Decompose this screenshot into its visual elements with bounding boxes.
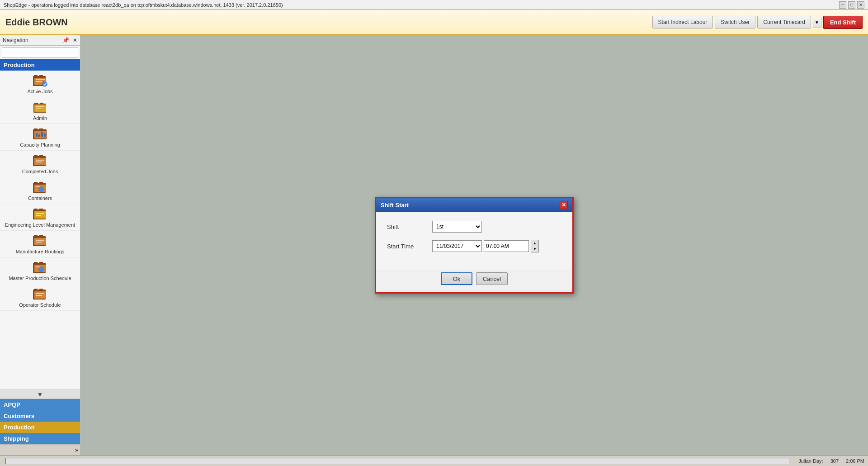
dialog-body: Shift 1st 2nd 3rd Start Time [376, 212, 572, 269]
nav-title: Navigation [3, 37, 28, 43]
sidebar-scroll-right-icon[interactable]: » [75, 447, 78, 453]
user-name: Eddie BROWN [5, 17, 68, 28]
window-controls[interactable]: ─ □ ✕ [839, 1, 864, 9]
sidebar-item-containers[interactable]: Containers [0, 177, 80, 204]
svg-rect-17 [36, 133, 38, 137]
operator-schedule-icon [32, 287, 48, 301]
main-layout: Navigation 📌 ✕ Production [0, 35, 868, 455]
svg-rect-4 [36, 79, 45, 80]
cancel-button[interactable]: Cancel [476, 272, 508, 285]
sidebar-section-apqp[interactable]: APQP [0, 399, 80, 410]
end-shift-button[interactable]: End Shift [823, 16, 863, 29]
sidebar-scroll-down[interactable]: ▼ [0, 390, 80, 399]
time-spinner-down[interactable]: ▼ [531, 246, 538, 252]
containers-icon [32, 180, 48, 195]
sidebar-bottom: APQP Customers Production Shipping [0, 399, 80, 444]
julian-day-label: Julian Day: [798, 458, 823, 464]
sidebar-section-customers[interactable]: Customers [0, 410, 80, 422]
containers-label: Containers [28, 195, 52, 201]
nav-items-list: Active Jobs Admin [0, 71, 80, 390]
window-title: ShopEdge - operatora logged into databas… [4, 2, 283, 8]
shift-select[interactable]: 1st 2nd 3rd [432, 221, 482, 233]
shift-start-dialog: Shift Start ✕ Shift 1st 2nd 3rd [375, 197, 574, 294]
svg-rect-25 [36, 160, 44, 161]
pin-icon[interactable]: 📌 [62, 37, 69, 43]
header-buttons: Start Indirect Labour Switch User Curren… [652, 16, 863, 29]
nav-search-input[interactable] [2, 48, 78, 57]
julian-day-value: 307 [830, 458, 839, 464]
sidebar-item-manufacture-routings[interactable]: Manufacture Routings [0, 231, 80, 257]
sidebar-item-master-production[interactable]: Master Production Schedule [0, 257, 80, 284]
svg-rect-12 [36, 108, 41, 109]
status-time: 2:06 PM [846, 458, 864, 464]
admin-icon [32, 100, 48, 114]
sidebar-section-shipping[interactable]: Shipping [0, 433, 80, 444]
title-bar: ShopEdge - operatora logged into databas… [0, 0, 868, 10]
dialog-close-button[interactable]: ✕ [560, 201, 568, 209]
active-jobs-icon [32, 73, 48, 88]
date-select[interactable]: 11/03/2017 [432, 240, 482, 252]
completed-jobs-label: Completed Jobs [22, 169, 58, 174]
dialog-buttons: Ok Cancel [376, 269, 572, 292]
sidebar-scrollbar[interactable]: » [0, 444, 80, 455]
time-spinner: ▲ ▼ [531, 240, 539, 252]
capacity-planning-label: Capacity Planning [20, 142, 60, 147]
shift-row: Shift 1st 2nd 3rd [387, 221, 561, 233]
nav-header: Navigation 📌 ✕ [0, 35, 80, 46]
svg-rect-56 [36, 295, 42, 296]
svg-rect-50 [36, 266, 40, 267]
sidebar-section-production[interactable]: Production [0, 59, 80, 71]
master-production-label: Master Production Schedule [9, 276, 71, 281]
maximize-button[interactable]: □ [848, 1, 855, 9]
sidebar-item-operator-schedule[interactable]: Operator Schedule [0, 284, 80, 311]
sidebar-item-capacity-planning[interactable]: Capacity Planning [0, 124, 80, 151]
sidebar-section-production-bottom[interactable]: Production [0, 422, 80, 433]
start-time-label: Start Time [387, 243, 432, 250]
svg-rect-11 [36, 106, 44, 107]
sidebar-item-active-jobs[interactable]: Active Jobs [0, 71, 80, 97]
svg-rect-37 [36, 213, 44, 214]
current-timecard-button[interactable]: Current Timecard [757, 16, 811, 29]
svg-rect-20 [44, 133, 46, 137]
close-nav-icon[interactable]: ✕ [73, 37, 77, 43]
svg-rect-44 [36, 242, 42, 243]
engineering-label: Engineering Level Management [5, 222, 75, 228]
status-bar: Julian Day: 307 2:06 PM [0, 455, 868, 466]
time-spinner-up[interactable]: ▲ [531, 240, 538, 246]
svg-rect-18 [38, 134, 40, 137]
active-jobs-label: Active Jobs [27, 89, 52, 94]
time-input[interactable] [484, 240, 529, 252]
horizontal-scrollbar[interactable] [5, 458, 789, 464]
start-time-row: Start Time 11/03/2017 ▲ ▼ [387, 240, 561, 252]
svg-rect-55 [36, 293, 44, 294]
minimize-button[interactable]: ─ [839, 1, 846, 9]
content-area: Shift Start ✕ Shift 1st 2nd 3rd [80, 35, 868, 455]
master-production-icon [32, 260, 48, 275]
engineering-icon [32, 207, 48, 221]
manufacture-routings-label: Manufacture Routings [16, 249, 65, 254]
switch-user-button[interactable]: Switch User [715, 16, 755, 29]
sidebar-item-admin[interactable]: Admin [0, 97, 80, 124]
svg-rect-38 [36, 215, 41, 216]
svg-rect-32 [36, 186, 40, 187]
start-indirect-labour-button[interactable]: Start Indirect Labour [652, 16, 713, 29]
ok-button[interactable]: Ok [441, 272, 472, 285]
svg-rect-26 [36, 162, 42, 162]
dialog-overlay: Shift Start ✕ Shift 1st 2nd 3rd [80, 35, 868, 455]
sidebar-item-completed-jobs[interactable]: Completed Jobs [0, 151, 80, 177]
nav-header-icons: 📌 ✕ [62, 37, 77, 43]
start-time-input-group: 11/03/2017 ▲ ▼ [432, 240, 539, 252]
sidebar-item-engineering[interactable]: Engineering Level Management [0, 204, 80, 231]
manufacture-routings-icon [32, 233, 48, 248]
current-timecard-dropdown[interactable]: ▼ [813, 17, 821, 28]
sidebar: Navigation 📌 ✕ Production [0, 35, 80, 455]
shift-input-group: 1st 2nd 3rd [432, 221, 482, 233]
svg-rect-19 [41, 132, 43, 137]
app-header: Eddie BROWN Start Indirect Labour Switch… [0, 10, 868, 35]
dialog-title: Shift Start [381, 202, 409, 209]
dialog-title-bar: Shift Start ✕ [376, 198, 572, 212]
svg-rect-43 [36, 240, 44, 241]
svg-rect-5 [36, 81, 42, 82]
completed-jobs-icon [32, 153, 48, 168]
close-button[interactable]: ✕ [857, 1, 864, 9]
